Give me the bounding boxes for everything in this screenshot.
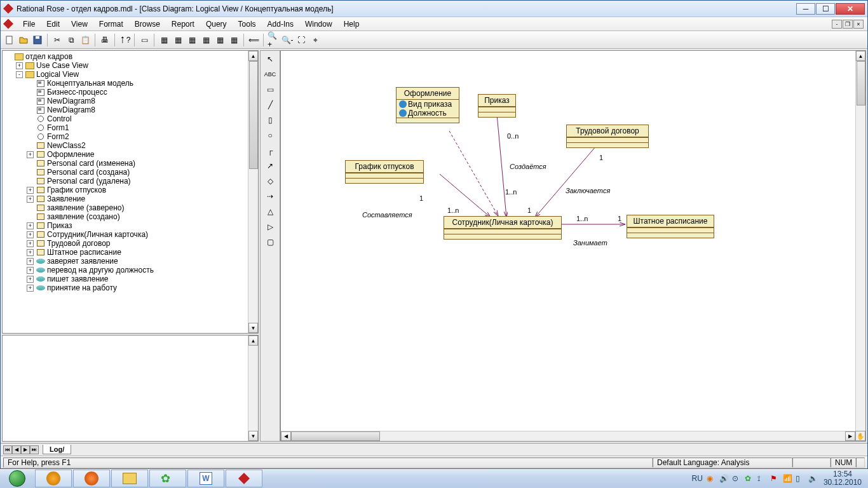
scroll-thumb[interactable] (857, 61, 865, 105)
tab-log[interactable]: Log/ (43, 445, 71, 454)
keyboard-layout[interactable]: RU (692, 474, 703, 483)
view3-button[interactable]: ▦ (172, 34, 184, 46)
minimize-button[interactable]: ─ (796, 3, 815, 15)
open-button[interactable] (17, 34, 30, 46)
view2-button[interactable]: ▦ (158, 34, 170, 46)
tree-item[interactable]: +Сотрудник(Личная карточка) (3, 230, 258, 239)
print-button[interactable]: 🖶 (98, 34, 111, 46)
tray-icon[interactable]: ✿ (745, 474, 754, 483)
taskbar-app-3[interactable] (111, 470, 148, 487)
taskbar-app-4[interactable]: ✿ (149, 470, 186, 487)
tree-item[interactable]: +принятие на работу (3, 283, 258, 292)
class-trudovoy[interactable]: Трудовой договор (566, 125, 649, 148)
scroll-thumb[interactable] (249, 61, 258, 169)
class-sotrudnik[interactable]: Сотрудник(Личная карточка) (444, 216, 562, 240)
expand-toggle[interactable]: + (27, 276, 34, 283)
menu-addins[interactable]: Add-Ins (262, 18, 299, 30)
tree-item[interactable]: +пишет заявление (3, 274, 258, 283)
back-button[interactable]: ⟸ (247, 34, 260, 46)
text-tool[interactable]: ABC (262, 67, 278, 81)
scroll-up-button[interactable]: ▲ (248, 51, 258, 61)
tab-prev-button[interactable]: ◀ (12, 445, 21, 454)
output-scrollbar[interactable]: ▲ ▼ (248, 336, 258, 441)
view1-button[interactable]: ▭ (138, 34, 151, 46)
expand-toggle[interactable]: - (16, 71, 23, 78)
system-menu-icon[interactable] (3, 19, 13, 29)
tree-item[interactable]: NewClass2 (3, 141, 258, 150)
tree-item[interactable]: Personal card (удалена) (3, 177, 258, 186)
fit-button[interactable]: ⛶ (295, 34, 308, 46)
tree-item[interactable]: заявление (создано) (3, 212, 258, 221)
aggregation-tool[interactable]: ◇ (262, 174, 278, 188)
taskbar-app-1[interactable] (35, 470, 72, 487)
tree-item[interactable]: +Трудовой договор (3, 239, 258, 248)
menu-tools[interactable]: Tools (233, 18, 262, 30)
tray-icon[interactable]: ▯ (796, 474, 804, 483)
tree-item[interactable]: Control (3, 114, 258, 123)
tree-item[interactable]: +График отпусков (3, 186, 258, 194)
expand-toggle[interactable]: + (16, 62, 23, 69)
tray-icon[interactable]: ◉ (707, 474, 715, 483)
expand-toggle[interactable]: + (27, 249, 34, 256)
new-button[interactable] (3, 34, 16, 46)
taskbar-app-6[interactable] (226, 470, 262, 487)
maximize-button[interactable]: ☐ (816, 3, 835, 15)
menu-format[interactable]: Format (93, 18, 129, 30)
diagram-v-scrollbar[interactable]: ▲ ▼ (855, 51, 865, 441)
expand-toggle[interactable]: + (27, 267, 34, 274)
menu-report[interactable]: Report (166, 18, 200, 30)
tree-item[interactable]: +Use Case View (3, 61, 258, 70)
expand-toggle[interactable]: + (27, 231, 34, 238)
scroll-down-button[interactable]: ▼ (248, 323, 258, 333)
diagram-canvas[interactable]: Оформление Вид приказа Должность Приказ … (280, 50, 866, 442)
expand-toggle[interactable]: + (27, 258, 34, 265)
class-tool[interactable]: ▯ (262, 113, 278, 127)
tree-item[interactable]: +Оформление (3, 150, 258, 159)
scroll-up-button[interactable]: ▲ (248, 336, 258, 346)
menu-help[interactable]: Help (338, 18, 365, 30)
class-grafik[interactable]: График отпусков (345, 160, 424, 184)
tree-item[interactable]: NewDiagram8 (3, 97, 258, 105)
zoom-in-button[interactable]: 🔍+ (267, 34, 280, 46)
tree-item[interactable]: Концептуальная модель (3, 79, 258, 88)
tree-view[interactable]: отдел кадров+Use Case View-Logical ViewК… (3, 51, 258, 333)
cut-button[interactable]: ✂ (51, 34, 64, 46)
realization-tool[interactable]: ▷ (262, 220, 278, 234)
menu-edit[interactable]: Edit (41, 18, 65, 30)
tab-next-button[interactable]: ▶ (21, 445, 30, 454)
scroll-right-button[interactable]: ▶ (845, 431, 855, 441)
tree-item[interactable]: +Штатное расписание (3, 248, 258, 257)
clock[interactable]: 13:54 30.12.2010 (821, 470, 864, 487)
mdi-restore-button[interactable]: ❐ (843, 20, 853, 29)
package-tool[interactable]: ▢ (262, 235, 278, 249)
paste-button[interactable]: 📋 (79, 34, 92, 46)
class-prikaz[interactable]: Приказ (478, 94, 516, 118)
expand-toggle[interactable]: + (27, 222, 34, 229)
view5-button[interactable]: ▦ (200, 34, 212, 46)
tree-item[interactable]: +перевод на другую должность (3, 266, 258, 274)
tree-item[interactable]: Form1 (3, 123, 258, 132)
interface-tool[interactable]: ○ (262, 128, 278, 142)
expand-toggle[interactable]: + (27, 240, 34, 247)
diagram-h-scrollbar[interactable]: ◀ ▶ (281, 431, 855, 441)
tree-item[interactable]: отдел кадров (3, 52, 258, 61)
generalization-tool[interactable]: △ (262, 205, 278, 219)
menu-window[interactable]: Window (299, 18, 338, 30)
menu-view[interactable]: View (65, 18, 93, 30)
network-icon[interactable]: 📶 (783, 474, 792, 483)
zoom-selection-button[interactable]: ⌖ (309, 34, 322, 46)
tree-item[interactable]: Form2 (3, 132, 258, 141)
scroll-thumb[interactable] (291, 431, 380, 441)
context-help-button[interactable]: ⭡? (118, 34, 131, 46)
class-shtat[interactable]: Штатное расписание (627, 215, 714, 238)
mdi-minimize-button[interactable]: - (832, 20, 842, 29)
volume-icon[interactable]: 🔈 (808, 474, 817, 483)
menu-query[interactable]: Query (200, 18, 233, 30)
tab-first-button[interactable]: ⏮ (3, 445, 12, 454)
expand-toggle[interactable]: + (27, 151, 34, 158)
association-tool[interactable]: ┌ (262, 144, 278, 158)
expand-toggle[interactable]: + (27, 285, 34, 292)
dependency-tool[interactable]: ⇢ (262, 189, 278, 203)
tree-item[interactable]: NewDiagram8 (3, 105, 258, 114)
note-tool[interactable]: ▭ (262, 83, 278, 97)
